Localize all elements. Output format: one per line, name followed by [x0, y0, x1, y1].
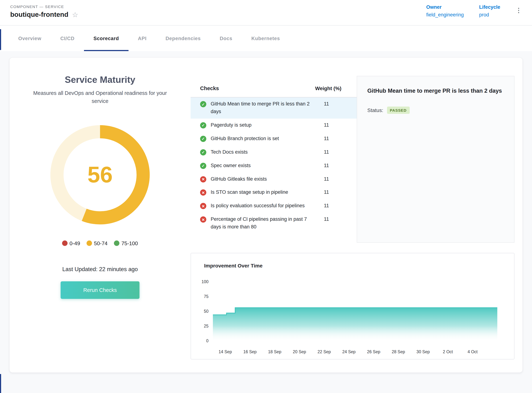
svg-text:22 Sep: 22 Sep [318, 349, 331, 354]
last-updated-text: Last Updated: 22 minutes ago [18, 266, 183, 272]
weight-header-label: Weight (%) [315, 85, 347, 91]
check-fail-icon: ✕ [200, 190, 206, 196]
breadcrumb: COMPONENT — SERVICE [10, 4, 78, 9]
check-weight: 11 [319, 202, 347, 210]
owner-block: Owner field_engineering [426, 4, 464, 18]
svg-text:0: 0 [206, 339, 209, 343]
svg-text:100: 100 [202, 279, 209, 284]
svg-text:25: 25 [204, 324, 209, 329]
status-badge: PASSED [387, 107, 409, 114]
check-label: Tech Docs exists [211, 148, 319, 156]
owner-label: Owner [426, 4, 464, 10]
check-row[interactable]: ✓ Tech Docs exists 11 [191, 145, 357, 159]
check-fail-icon: ✕ [200, 216, 206, 223]
tab-api[interactable]: API [128, 25, 156, 51]
check-row[interactable]: ✓ GitHub Mean time to merge PR is less t… [191, 98, 357, 119]
check-weight: 11 [319, 162, 347, 169]
check-pass-icon: ✓ [200, 149, 206, 155]
tab-scorecard[interactable]: Scorecard [84, 25, 128, 51]
legend-item: 75-100 [114, 240, 138, 246]
check-row[interactable]: ✕ Percentage of CI pipelines passing in … [191, 213, 357, 234]
score-donut: 56 [50, 125, 150, 224]
svg-text:4 Oct: 4 Oct [467, 349, 478, 354]
legend-label: 75-100 [121, 240, 138, 246]
improvement-chart-panel: Improvement Over Time 0255075100 [191, 253, 514, 359]
left-edge-accent-bottom [0, 374, 1, 393]
chart-x-axis-labels: 14 Sep16 Sep18 Sep20 Sep22 Sep24 Sep26 S… [219, 349, 477, 354]
scorecard-card: Service Maturity Measures all DevOps and… [10, 58, 522, 373]
check-weight: 11 [319, 122, 347, 129]
check-pass-icon: ✓ [200, 122, 206, 128]
tab-dependencies[interactable]: Dependencies [156, 25, 210, 51]
improvement-area-chart: 0255075100 14 Sep16 Sep18 Sep20 Sep22 Se… [191, 273, 514, 358]
check-detail-panel: GitHub Mean time to merge PR is less tha… [357, 76, 514, 243]
checks-panel: Checks Weight (%) ✓ GitHub Mean time to … [191, 76, 357, 243]
legend-label: 0-49 [70, 240, 80, 246]
check-label: Percentage of CI pipelines passing in pa… [211, 216, 319, 231]
check-label: Is STO scan stage setup in pipeline [211, 189, 319, 196]
check-pass-icon: ✓ [200, 101, 206, 107]
check-row[interactable]: ✕ GitHub Gitleaks file exists 11 [191, 172, 357, 186]
tab-kubernetes[interactable]: Kubernetes [242, 25, 289, 51]
check-row[interactable]: ✓ Spec owner exists 11 [191, 159, 357, 172]
page-title: boutique-frontend [10, 10, 69, 19]
owner-link[interactable]: field_engineering [426, 12, 464, 18]
check-label: Spec owner exists [211, 162, 319, 169]
legend-dot-icon [114, 241, 119, 246]
tab-bar: OverviewCI/CDScorecardAPIDependenciesDoc… [0, 25, 532, 51]
legend-item: 0-49 [62, 240, 80, 246]
check-label: GitHub Mean time to merge PR is less tha… [211, 100, 319, 116]
svg-text:26 Sep: 26 Sep [367, 349, 380, 354]
header-right: Owner field_engineering Lifecycle prod ⋮ [426, 4, 522, 25]
checks-header-label: Checks [200, 85, 315, 91]
check-detail-title: GitHub Mean time to merge PR is less tha… [367, 86, 504, 96]
header-left: COMPONENT — SERVICE boutique-frontend ☆ [10, 4, 78, 25]
chart-area-fill [213, 308, 497, 341]
score-legend: 0-49 50-74 75-100 [18, 240, 183, 246]
check-row[interactable]: ✕ Is STO scan stage setup in pipeline 11 [191, 186, 357, 199]
scorecard-subtitle: Measures all DevOps and Operational read… [27, 89, 173, 105]
svg-text:28 Sep: 28 Sep [392, 349, 405, 354]
check-label: GitHub Branch protection is set [211, 135, 319, 143]
favorite-star-icon[interactable]: ☆ [72, 11, 78, 18]
scorecard-title: Service Maturity [18, 74, 183, 85]
tab-overview[interactable]: Overview [9, 25, 51, 51]
check-weight: 11 [319, 216, 347, 224]
svg-text:30 Sep: 30 Sep [416, 349, 430, 354]
app-root: COMPONENT — SERVICE boutique-frontend ☆ … [0, 0, 532, 393]
check-fail-icon: ✕ [200, 203, 206, 209]
check-pass-icon: ✓ [200, 162, 206, 169]
svg-text:14 Sep: 14 Sep [219, 349, 232, 354]
kebab-menu-icon[interactable]: ⋮ [516, 7, 522, 14]
check-row[interactable]: ✓ Pagerduty is setup 11 [191, 119, 357, 132]
tab-docs[interactable]: Docs [210, 25, 242, 51]
checks-and-detail-row: Checks Weight (%) ✓ GitHub Mean time to … [191, 76, 514, 243]
legend-dot-icon [87, 241, 92, 246]
main-content: Service Maturity Measures all DevOps and… [0, 51, 532, 373]
lifecycle-block: Lifecycle prod [479, 4, 500, 18]
tab-ci-cd[interactable]: CI/CD [51, 25, 84, 51]
left-edge-accent-top [0, 29, 1, 50]
svg-text:20 Sep: 20 Sep [293, 349, 306, 354]
svg-text:24 Sep: 24 Sep [342, 349, 356, 354]
check-label: Pagerduty is setup [211, 122, 319, 129]
legend-dot-icon [62, 241, 68, 246]
check-row[interactable]: ✕ Is policy evaluation successful for pi… [191, 199, 357, 213]
svg-text:50: 50 [204, 309, 209, 314]
legend-item: 50-74 [87, 240, 108, 246]
check-weight: 11 [319, 148, 347, 156]
lifecycle-value[interactable]: prod [479, 12, 500, 18]
page-header: COMPONENT — SERVICE boutique-frontend ☆ … [0, 0, 532, 25]
svg-text:2 Oct: 2 Oct [443, 349, 453, 354]
checks-list: ✓ GitHub Mean time to merge PR is less t… [191, 98, 357, 234]
check-label: GitHub Gitleaks file exists [211, 175, 319, 183]
chart-title: Improvement Over Time [204, 263, 514, 269]
checks-column: Checks Weight (%) ✓ GitHub Mean time to … [191, 58, 514, 359]
score-value: 56 [50, 125, 150, 224]
lifecycle-label: Lifecycle [479, 4, 500, 10]
check-weight: 11 [319, 175, 347, 183]
svg-text:16 Sep: 16 Sep [243, 349, 257, 354]
chart-y-axis-labels: 0255075100 [202, 279, 209, 343]
rerun-checks-button[interactable]: Rerun Checks [61, 281, 139, 299]
check-row[interactable]: ✓ GitHub Branch protection is set 11 [191, 132, 357, 146]
